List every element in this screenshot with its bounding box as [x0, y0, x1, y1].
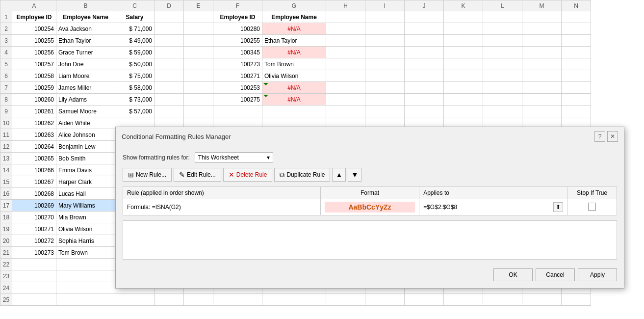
cancel-button[interactable]: Cancel: [536, 268, 575, 281]
cell-b14[interactable]: Emma Davis: [56, 164, 115, 176]
cell-a24[interactable]: [12, 282, 56, 294]
cell-k9[interactable]: [444, 106, 483, 117]
cell-c4[interactable]: $ 59,000: [115, 47, 155, 58]
cell-d25[interactable]: [155, 294, 184, 306]
cell-b9[interactable]: Samuel Moore: [56, 106, 115, 117]
cell-c8[interactable]: $ 73,000: [115, 94, 155, 106]
cell-h5[interactable]: [326, 58, 365, 70]
cell-d4[interactable]: [155, 47, 184, 58]
cell-a4[interactable]: 100256: [12, 47, 56, 58]
cell-d6[interactable]: [155, 70, 184, 82]
cell-i6[interactable]: [365, 70, 405, 82]
cell-b18[interactable]: Mia Brown: [56, 212, 115, 223]
cell-e8[interactable]: [184, 94, 213, 106]
cell-n4[interactable]: [562, 47, 591, 58]
cell-i25[interactable]: [365, 294, 405, 306]
move-up-button[interactable]: ▲: [332, 168, 346, 182]
cell-b1[interactable]: Employee Name: [56, 11, 115, 23]
cell-e6[interactable]: [184, 70, 213, 82]
col-header-n[interactable]: N: [562, 0, 591, 11]
cell-j1[interactable]: [405, 11, 444, 23]
cell-l3[interactable]: [483, 35, 522, 47]
cell-a12[interactable]: 100264: [12, 141, 56, 153]
cell-g2[interactable]: #N/A: [262, 23, 326, 35]
delete-rule-button[interactable]: ✕ Delete Rule: [223, 168, 273, 182]
cell-l25[interactable]: [483, 294, 522, 306]
cell-k2[interactable]: [444, 23, 483, 35]
table-row[interactable]: 7100259James Miller$ 58,000100253#N/A: [0, 82, 591, 94]
cell-a22[interactable]: [12, 259, 56, 270]
cell-m7[interactable]: [522, 82, 562, 94]
cell-f2[interactable]: 100280: [213, 23, 262, 35]
table-row[interactable]: 1Employee IDEmployee NameSalaryEmployee …: [0, 11, 591, 23]
cell-a3[interactable]: 100255: [12, 35, 56, 47]
cell-m1[interactable]: [522, 11, 562, 23]
cell-l2[interactable]: [483, 23, 522, 35]
cell-k4[interactable]: [444, 47, 483, 58]
cell-j6[interactable]: [405, 70, 444, 82]
cell-f1[interactable]: Employee ID: [213, 11, 262, 23]
cell-f6[interactable]: 100271: [213, 70, 262, 82]
cell-b4[interactable]: Grace Turner: [56, 47, 115, 58]
table-row[interactable]: 6100258Liam Moore$ 75,000100271Olivia Wi…: [0, 70, 591, 82]
cell-i3[interactable]: [365, 35, 405, 47]
cell-e3[interactable]: [184, 35, 213, 47]
cell-a8[interactable]: 100260: [12, 94, 56, 106]
cell-e25[interactable]: [184, 294, 213, 306]
dialog-close-button[interactable]: ✕: [607, 131, 618, 142]
cell-a6[interactable]: 100258: [12, 70, 56, 82]
cell-h7[interactable]: [326, 82, 365, 94]
cell-f8[interactable]: 100275: [213, 94, 262, 106]
cell-b23[interactable]: [56, 270, 115, 282]
cell-f3[interactable]: 100255: [213, 35, 262, 47]
cell-l5[interactable]: [483, 58, 522, 70]
cell-f9[interactable]: [213, 106, 262, 117]
col-header-f[interactable]: F: [213, 0, 262, 11]
cell-j25[interactable]: [405, 294, 444, 306]
col-header-i[interactable]: I: [365, 0, 405, 11]
cell-a5[interactable]: 100257: [12, 58, 56, 70]
cell-c7[interactable]: $ 58,000: [115, 82, 155, 94]
cell-b17[interactable]: Mary Williams: [56, 200, 115, 212]
cell-c3[interactable]: $ 49,000: [115, 35, 155, 47]
cell-b8[interactable]: Lily Adams: [56, 94, 115, 106]
cell-n25[interactable]: [562, 294, 591, 306]
cell-b11[interactable]: Alice Johnson: [56, 129, 115, 141]
cell-b19[interactable]: Olivia Wilson: [56, 223, 115, 235]
cell-f7[interactable]: 100253: [213, 82, 262, 94]
cell-j3[interactable]: [405, 35, 444, 47]
cell-b21[interactable]: Tom Brown: [56, 247, 115, 259]
cell-f25[interactable]: [213, 294, 262, 306]
cell-j4[interactable]: [405, 47, 444, 58]
cell-l1[interactable]: [483, 11, 522, 23]
cell-j7[interactable]: [405, 82, 444, 94]
cell-b12[interactable]: Benjamin Lew: [56, 141, 115, 153]
cell-d5[interactable]: [155, 58, 184, 70]
cell-j9[interactable]: [405, 106, 444, 117]
cell-n9[interactable]: [562, 106, 591, 117]
cell-g6[interactable]: Olivia Wilson: [262, 70, 326, 82]
cell-b2[interactable]: Ava Jackson: [56, 23, 115, 35]
cell-b6[interactable]: Liam Moore: [56, 70, 115, 82]
cell-b15[interactable]: Harper Clark: [56, 176, 115, 188]
cell-a11[interactable]: 100263: [12, 129, 56, 141]
col-header-m[interactable]: M: [522, 0, 562, 11]
cell-b25[interactable]: [56, 294, 115, 306]
table-row[interactable]: 4100256Grace Turner$ 59,000100345#N/A: [0, 47, 591, 58]
cell-d1[interactable]: [155, 11, 184, 23]
cell-a23[interactable]: [12, 270, 56, 282]
new-rule-button[interactable]: ⊞ New Rule...: [123, 168, 172, 182]
cell-l6[interactable]: [483, 70, 522, 82]
cell-h3[interactable]: [326, 35, 365, 47]
cell-n3[interactable]: [562, 35, 591, 47]
cell-i9[interactable]: [365, 106, 405, 117]
cell-e5[interactable]: [184, 58, 213, 70]
cell-a16[interactable]: 100268: [12, 188, 56, 200]
cell-l7[interactable]: [483, 82, 522, 94]
cell-m2[interactable]: [522, 23, 562, 35]
stop-if-true-checkbox[interactable]: [588, 203, 596, 211]
cell-a19[interactable]: 100271: [12, 223, 56, 235]
col-header-b[interactable]: B: [56, 0, 115, 11]
edit-rule-button[interactable]: ✎ Edit Rule...: [174, 168, 221, 182]
cell-a10[interactable]: 100262: [12, 117, 56, 129]
